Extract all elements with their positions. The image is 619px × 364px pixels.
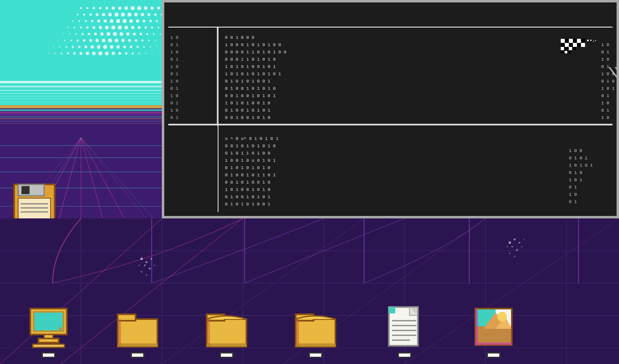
svg-point-5 [99, 7, 102, 9]
svg-point-45 [80, 27, 82, 29]
svg-text:0   1: 0 1 [601, 64, 609, 69]
svg-rect-343 [118, 319, 121, 347]
svg-text:0   1: 0 1 [170, 57, 178, 62]
svg-rect-251 [569, 51, 571, 53]
svg-rect-344 [207, 319, 246, 347]
svg-text:0   1   0   1   0   1   0   1 : 0 1 0 1 0 1 0 1 0 [225, 165, 270, 170]
svg-point-27 [154, 13, 157, 16]
svg-rect-242 [573, 43, 577, 47]
svg-point-25 [141, 13, 144, 16]
computer-icon-item[interactable] [4, 305, 93, 360]
svg-rect-233 [561, 39, 565, 43]
svg-text:0   1   0: 0 1 0 [569, 170, 582, 175]
svg-point-60 [75, 33, 77, 35]
halftone-pattern [0, 0, 162, 105]
svg-rect-253 [590, 40, 591, 41]
svg-text:1   0   1: 1 0 1 [601, 86, 615, 91]
svg-point-84 [121, 39, 125, 42]
svg-line-257 [615, 67, 617, 99]
svg-rect-141 [0, 121, 162, 122]
svg-text:1   0: 1 0 [170, 79, 178, 84]
svg-text:0   0   1   0   1   0   0   1 : 0 0 1 0 1 0 0 1 0 [225, 180, 270, 185]
svg-rect-369 [475, 326, 512, 345]
svg-text:0   1   0   0   1   0   1     : 0 1 0 0 1 0 1 0 1 [225, 195, 271, 199]
svg-point-13 [151, 6, 154, 10]
svg-rect-248 [573, 47, 576, 50]
svg-text:0   1   0: 0 1 0 [601, 79, 615, 84]
svg-point-87 [142, 40, 144, 42]
svg-point-14 [157, 7, 160, 10]
svg-rect-255 [595, 40, 596, 41]
svg-point-310 [151, 258, 152, 260]
svg-rect-239 [561, 43, 565, 47]
teal-section [0, 0, 162, 105]
svg-point-36 [116, 19, 120, 23]
svg-point-62 [88, 33, 90, 35]
svg-point-120 [125, 52, 127, 55]
catalog-icon-item[interactable] [271, 305, 360, 360]
svg-point-61 [82, 33, 84, 35]
log-icon-item[interactable] [93, 305, 182, 360]
svg-point-70 [140, 33, 142, 35]
svg-text:0   1: 0 1 [601, 50, 609, 55]
svg-point-88 [148, 40, 150, 41]
svg-point-8 [118, 6, 121, 10]
svg-point-22 [121, 13, 125, 17]
svg-point-109 [55, 53, 56, 54]
svg-point-78 [83, 39, 85, 42]
svg-rect-360 [389, 307, 395, 313]
svg-point-33 [98, 20, 100, 23]
svg-text:1   0   0: 1 0 0 [601, 72, 615, 76]
svg-rect-338 [118, 319, 157, 347]
svg-point-319 [519, 242, 520, 243]
svg-point-31 [85, 20, 87, 22]
svg-point-32 [91, 20, 93, 22]
svg-point-6 [106, 7, 108, 10]
svg-point-19 [102, 13, 105, 16]
svg-point-311 [144, 265, 146, 266]
svg-point-124 [152, 53, 153, 54]
svg-text:0   1: 0 1 [170, 115, 178, 120]
computer-icon [26, 305, 71, 349]
svg-point-321 [516, 249, 518, 251]
svg-point-323 [507, 246, 508, 248]
svg-text:1   0: 1 0 [170, 93, 178, 98]
svg-text:1   0: 1 0 [601, 115, 609, 120]
svg-point-309 [146, 261, 148, 263]
svg-point-64 [100, 32, 104, 36]
svg-point-46 [86, 26, 89, 29]
svg-point-372 [497, 312, 507, 322]
svg-point-86 [135, 39, 137, 42]
svg-rect-254 [593, 41, 594, 42]
svg-point-117 [105, 52, 109, 55]
svg-point-313 [154, 265, 155, 266]
svg-rect-125 [0, 81, 162, 83]
image-label [487, 352, 500, 358]
svg-rect-249 [561, 51, 563, 53]
svg-point-100 [110, 45, 114, 49]
svg-text:1   0   1   0   1   0   0   1 : 1 0 1 0 1 0 0 1 0 [225, 101, 270, 106]
svg-rect-247 [569, 47, 572, 50]
svg-point-316 [146, 274, 147, 276]
svg-point-121 [132, 53, 134, 55]
svg-point-322 [521, 246, 523, 248]
binary-content: 0 0 1 0 0 0 1 0 0 0 1 0 1 0 1 0 0 0 0 0 … [164, 2, 617, 216]
svg-text:0   1: 0 1 [170, 86, 178, 91]
svg-text:0   0   1   0   1   0     1   : 0 0 1 0 1 0 1 0 1 0 [225, 144, 276, 148]
svg-point-10 [131, 6, 135, 10]
svg-point-80 [95, 39, 99, 42]
svg-point-103 [130, 46, 132, 48]
svg-rect-375 [475, 343, 512, 345]
image-icon-item[interactable] [449, 305, 538, 360]
svg-point-50 [111, 25, 115, 30]
svg-rect-243 [577, 43, 581, 47]
svg-text:1   0   1   0   1   0   1   0 : 1 0 1 0 1 0 1 0 1 0 1 [225, 72, 281, 76]
svg-text:1   0: 1 0 [170, 35, 178, 40]
text-icon-item[interactable] [182, 305, 271, 360]
svg-point-72 [153, 33, 155, 35]
svg-point-34 [104, 19, 107, 23]
svg-point-93 [66, 46, 67, 48]
svg-point-92 [59, 47, 61, 48]
svg-rect-127 [0, 90, 162, 91]
readtxt-icon-item[interactable] [360, 305, 449, 360]
